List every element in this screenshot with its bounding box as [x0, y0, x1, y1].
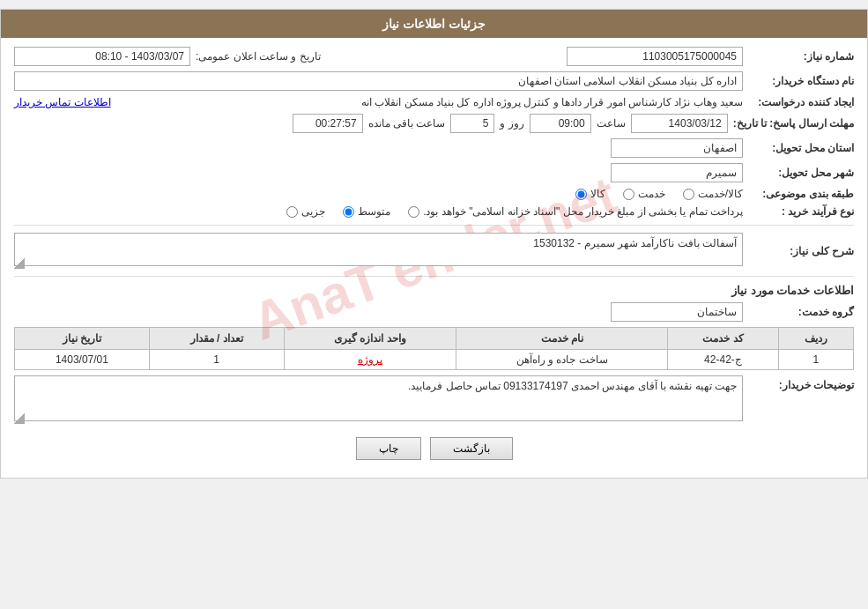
purchase-motavasset-label: متوسط — [358, 205, 390, 218]
city-label: شهر محل تحویل: — [748, 167, 854, 179]
reply-time-label: ساعت — [597, 117, 626, 130]
purchase-type-row: نوع فرآیند خرید : پرداخت تمام یا بخشی از… — [14, 205, 854, 218]
col-quantity: تعداد / مقدار — [149, 328, 284, 350]
cell-date: 1403/07/01 — [15, 350, 150, 370]
textarea-resize-handle[interactable] — [14, 258, 25, 269]
city-row: شهر محل تحویل: — [14, 163, 854, 182]
service-group-row: گروه خدمت: — [14, 302, 854, 322]
purchase-radio-motavasset[interactable] — [343, 206, 354, 218]
button-row: بازگشت چاپ — [14, 437, 854, 460]
content-area: AnaT ender.net شماره نیاز: تاریخ و ساعت … — [1, 38, 867, 478]
request-number-row: شماره نیاز: تاریخ و ساعت اعلان عمومی: — [14, 47, 854, 66]
category-radio-group: کالا/خدمت خدمت کالا — [575, 188, 743, 200]
request-number-input[interactable] — [567, 47, 743, 66]
purchase-esnad-label: پرداخت تمام یا بخشی از مبلغ خریدار محل "… — [423, 205, 743, 218]
service-group-label: گروه خدمت: — [748, 306, 854, 318]
purchase-option-text: پرداخت تمام یا بخشی از مبلغ خریدار محل "… — [408, 205, 743, 218]
creator-value: سعید وهاب نژاد کارشناس امور قرار دادها و… — [116, 96, 743, 108]
purchase-radio-esnad[interactable] — [408, 206, 419, 218]
back-button[interactable]: بازگشت — [430, 437, 513, 460]
notes-resize-handle[interactable] — [14, 413, 25, 424]
remaining-input[interactable] — [293, 114, 363, 133]
purchase-option-jozi: جزیی — [286, 205, 325, 218]
request-number-label: شماره نیاز: — [748, 50, 854, 63]
buyer-notes-label: توضیحات خریدار: — [748, 375, 854, 391]
need-desc-wrapper: آسفالت بافت ناکارآمد شهر سمیرم - 1530132 — [14, 233, 743, 269]
cell-unit: پروژه — [284, 350, 456, 370]
services-table: ردیف کد خدمت نام خدمت واحد اندازه گیری ت… — [14, 327, 854, 370]
divider-1 — [14, 225, 854, 226]
purchase-type-group: پرداخت تمام یا بخشی از مبلغ خریدار محل "… — [286, 205, 743, 218]
need-desc-row: شرح کلی نیاز: آسفالت بافت ناکارآمد شهر س… — [14, 233, 854, 269]
col-service-code: کد خدمت — [668, 328, 779, 350]
category-kala-khedmat-label: کالا/خدمت — [698, 188, 743, 200]
table-row: 1 ج-42-42 ساخت جاده و راه‌آهن پروژه 1 14… — [15, 350, 854, 370]
reply-deadline-label: مهلت ارسال پاسخ: تا تاریخ: — [733, 117, 854, 130]
page-title: جزئیات اطلاعات نیاز — [382, 17, 486, 31]
buyer-org-input[interactable] — [14, 71, 743, 91]
cell-service-code: ج-42-42 — [668, 350, 779, 370]
purchase-option-motavasset: متوسط — [343, 205, 390, 218]
need-desc-label: شرح کلی نیاز: — [748, 245, 854, 257]
announce-date-label: تاریخ و ساعت اعلان عمومی: — [196, 50, 321, 63]
purchase-radio-jozi[interactable] — [286, 206, 298, 218]
cell-service-name: ساخت جاده و راه‌آهن — [456, 350, 668, 370]
page-wrapper: جزئیات اطلاعات نیاز AnaT ender.net شماره… — [0, 9, 868, 479]
buyer-org-label: نام دستگاه خریدار: — [748, 75, 854, 87]
need-desc-textarea[interactable]: آسفالت بافت ناکارآمد شهر سمیرم - 1530132 — [14, 233, 743, 266]
category-khedmat-label: خدمت — [638, 188, 665, 200]
category-option-khedmat: خدمت — [623, 188, 665, 200]
province-row: استان محل تحویل: — [14, 138, 854, 158]
province-label: استان محل تحویل: — [748, 142, 854, 154]
services-table-container: ردیف کد خدمت نام خدمت واحد اندازه گیری ت… — [14, 327, 854, 370]
category-label: طبقه بندی موضوعی: — [748, 188, 854, 200]
days-label: روز و — [500, 117, 523, 130]
reply-deadline-row: مهلت ارسال پاسخ: تا تاریخ: ساعت روز و سا… — [14, 114, 854, 133]
purchase-type-label: نوع فرآیند خرید : — [748, 205, 854, 218]
contact-link[interactable]: اطلاعات تماس خریدار — [14, 96, 111, 108]
reply-date-input[interactable] — [631, 114, 728, 133]
print-button[interactable]: چاپ — [356, 437, 421, 460]
buyer-notes-wrapper: جهت تهیه نقشه با آقای مهندس احمدی 091331… — [14, 375, 743, 424]
col-row-num: ردیف — [778, 328, 853, 350]
service-group-input[interactable] — [611, 302, 743, 322]
buyer-org-row: نام دستگاه خریدار: — [14, 71, 854, 91]
category-radio-kala[interactable] — [575, 189, 587, 200]
days-input[interactable] — [450, 114, 494, 133]
divider-2 — [14, 276, 854, 277]
creator-label: ایجاد کننده درخواست: — [748, 96, 854, 108]
city-input[interactable] — [611, 163, 743, 182]
cell-quantity: 1 — [149, 350, 284, 370]
buyer-notes-area: توضیحات خریدار: جهت تهیه نقشه با آقای مه… — [14, 375, 854, 424]
col-date: تاریخ نیاز — [15, 328, 150, 350]
remaining-label: ساعت باقی مانده — [368, 117, 446, 130]
creator-row: ایجاد کننده درخواست: سعید وهاب نژاد کارش… — [14, 96, 854, 108]
reply-time-input[interactable] — [530, 114, 591, 133]
announce-date-input[interactable] — [14, 47, 190, 66]
col-unit: واحد اندازه گیری — [284, 328, 456, 350]
col-service-name: نام خدمت — [456, 328, 668, 350]
page-header: جزئیات اطلاعات نیاز — [1, 10, 867, 38]
unit-link[interactable]: پروژه — [358, 353, 382, 366]
table-header-row: ردیف کد خدمت نام خدمت واحد اندازه گیری ت… — [15, 328, 854, 350]
category-option-kala-khedmat: کالا/خدمت — [683, 188, 743, 200]
purchase-jozi-label: جزیی — [301, 205, 325, 218]
category-option-kala: کالا — [575, 188, 605, 200]
buyer-notes-textarea[interactable]: جهت تهیه نقشه با آقای مهندس احمدی 091331… — [14, 375, 743, 421]
category-radio-khedmat[interactable] — [623, 189, 634, 200]
category-radio-kala-khedmat[interactable] — [683, 189, 694, 200]
category-kala-label: کالا — [590, 188, 605, 200]
province-input[interactable] — [611, 138, 743, 158]
cell-row-num: 1 — [778, 350, 853, 370]
services-title: اطلاعات خدمات مورد نیاز — [14, 284, 854, 297]
category-row: طبقه بندی موضوعی: کالا/خدمت خدمت کالا — [14, 188, 854, 200]
